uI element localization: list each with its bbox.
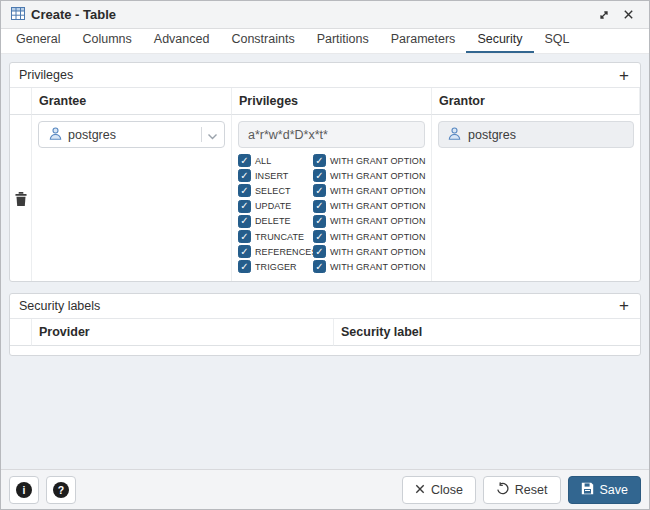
chevron-down-icon [207,126,218,144]
privileges-cell: ALL WITH GRANT OPTION INSERT WITH GRANT … [232,115,432,281]
create-table-dialog: Create - Table GeneralColumnsAdvancedCon… [0,0,650,510]
table-icon [11,6,25,24]
tab-label: Advanced [154,32,210,46]
privileges-table-header-actions [10,88,32,115]
grantor-value: postgres [468,128,516,142]
privilege-checkbox[interactable] [238,260,251,273]
close-icon[interactable] [619,6,637,24]
privilege-row: SELECT WITH GRANT OPTION [238,183,425,198]
security-labels-header-label: Security label [334,319,640,346]
tab-label: Partitions [317,32,369,46]
privilege-row: DELETE WITH GRANT OPTION [238,214,425,229]
privileges-table-header-grantee: Grantee [32,88,232,115]
security-tab-panel: Privileges + Grantee Privileges Grantor [1,54,649,469]
grant-option-label: WITH GRANT OPTION [330,247,426,257]
privileges-table-header-privileges: Privileges [232,88,432,115]
grant-option-checkbox[interactable] [313,154,326,167]
security-labels-section-header: Security labels + [10,294,640,319]
expand-icon[interactable] [595,6,613,24]
tab-general[interactable]: General [5,29,71,53]
privilege-checkbox[interactable] [238,184,251,197]
grant-option-checkbox[interactable] [313,230,326,243]
help-icon: ? [53,482,69,498]
security-labels-empty-row [10,346,640,355]
tab-label: Security [477,32,522,46]
privilege-label: TRUNCATE [255,232,313,242]
user-icon [447,127,462,143]
security-labels-section: Security labels + Provider Security labe… [9,293,641,356]
help-button[interactable]: ? [46,476,76,504]
privileges-section-header: Privileges + [10,63,640,88]
add-security-label-button[interactable]: + [617,297,631,314]
privilege-checkbox[interactable] [238,200,251,213]
privilege-label: DELETE [255,216,313,226]
save-button-label: Save [600,483,629,497]
add-privilege-button[interactable]: + [617,67,631,84]
privilege-checkbox[interactable] [238,245,251,258]
close-x-icon [415,483,425,497]
privilege-checkbox[interactable] [238,215,251,228]
privilege-checkbox[interactable] [238,230,251,243]
tab-security[interactable]: Security [466,29,533,53]
tab-advanced[interactable]: Advanced [143,29,221,53]
tab-columns[interactable]: Columns [71,29,142,53]
tab-label: Columns [82,32,131,46]
tab-label: Constraints [231,32,294,46]
security-labels-header-provider: Provider [32,319,334,346]
grantor-field: postgres [438,121,634,148]
grant-option-checkbox[interactable] [313,169,326,182]
tab-partitions[interactable]: Partitions [306,29,380,53]
security-labels-header-actions [10,319,32,346]
tab-label: Parameters [391,32,456,46]
tab-bar: GeneralColumnsAdvancedConstraintsPartiti… [1,29,649,54]
privileges-table-header-grantor: Grantor [432,88,640,115]
grant-option-label: WITH GRANT OPTION [330,262,426,272]
privilege-row: INSERT WITH GRANT OPTION [238,168,425,183]
dialog-footer: i ? Close Reset [1,469,649,509]
tab-label: SQL [545,32,570,46]
privilege-label: INSERT [255,171,313,181]
grantee-select[interactable]: postgres [38,121,225,148]
privilege-label: REFERENCES [255,247,313,257]
save-button[interactable]: Save [568,476,642,504]
info-button[interactable]: i [9,476,39,504]
grant-option-checkbox[interactable] [313,200,326,213]
privilege-checkbox-list: ALL WITH GRANT OPTION INSERT WITH GRANT … [238,153,425,275]
privileges-section-title: Privileges [19,68,73,82]
privilege-row-actions-cell [10,115,32,281]
tab-parameters[interactable]: Parameters [380,29,467,53]
privilege-row: REFERENCES WITH GRANT OPTION [238,244,425,259]
tab-sql[interactable]: SQL [534,29,581,53]
grant-option-checkbox[interactable] [313,245,326,258]
privilege-checkbox[interactable] [238,169,251,182]
grant-option-label: WITH GRANT OPTION [330,201,426,211]
privilege-label: TRIGGER [255,262,313,272]
delete-row-icon[interactable] [15,126,27,275]
grant-option-label: WITH GRANT OPTION [330,186,426,196]
privilege-row: ALL WITH GRANT OPTION [238,153,425,168]
privileges-input[interactable] [238,121,425,148]
grant-option-checkbox[interactable] [313,184,326,197]
tab-label: General [16,32,60,46]
privilege-row: TRIGGER WITH GRANT OPTION [238,259,425,274]
grantee-cell: postgres [32,115,232,281]
grant-option-checkbox[interactable] [313,215,326,228]
grantor-cell: postgres [432,115,640,281]
reset-button[interactable]: Reset [483,476,561,504]
privilege-label: SELECT [255,186,313,196]
tab-constraints[interactable]: Constraints [220,29,305,53]
grant-option-label: WITH GRANT OPTION [330,156,426,166]
grant-option-checkbox[interactable] [313,260,326,273]
dialog-titlebar: Create - Table [1,1,649,29]
privilege-label: UPDATE [255,201,313,211]
close-button-label: Close [431,483,463,497]
info-icon: i [16,482,32,498]
close-button[interactable]: Close [402,476,476,504]
privilege-label: ALL [255,156,313,166]
save-icon [581,482,594,498]
grant-option-label: WITH GRANT OPTION [330,232,426,242]
security-labels-table: Provider Security label [10,319,640,346]
privilege-checkbox[interactable] [238,154,251,167]
grant-option-label: WITH GRANT OPTION [330,216,426,226]
privileges-section: Privileges + Grantee Privileges Grantor [9,62,641,282]
